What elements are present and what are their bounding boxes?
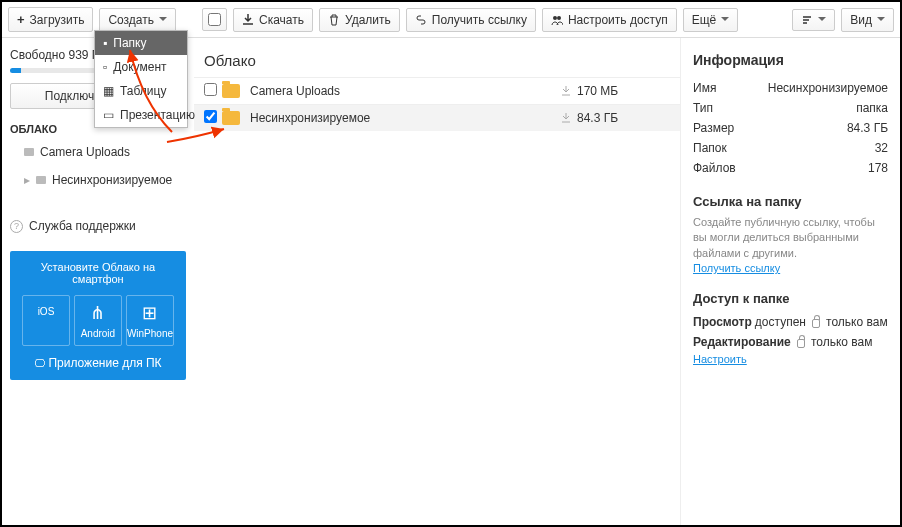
breadcrumb-title: Облако <box>194 38 680 77</box>
caret-down-icon <box>818 17 826 25</box>
promo-title: Установите Облако на смартфон <box>20 261 176 285</box>
upload-button[interactable]: +Загрузить <box>8 7 93 32</box>
link-section-text: Создайте публичную ссылку, чтобы вы могл… <box>693 215 888 261</box>
row-checkbox[interactable] <box>204 83 217 96</box>
access-edit: Редактирование только вам <box>693 332 888 352</box>
get-link-action[interactable]: Получить ссылку <box>693 262 780 274</box>
presentation-icon: ▭ <box>103 108 114 122</box>
caret-down-icon <box>721 17 729 25</box>
file-row[interactable]: Camera Uploads 170 МБ <box>194 77 680 104</box>
promo-winphone[interactable]: ⊞WinPhone <box>126 295 174 346</box>
folder-icon: ▪ <box>103 36 107 50</box>
file-name: Несинхронизируемое <box>250 111 560 125</box>
document-icon: ▫ <box>103 60 107 74</box>
sort-icon <box>801 14 813 26</box>
caret-down-icon <box>159 17 167 25</box>
caret-down-icon <box>877 17 885 25</box>
lock-icon <box>812 319 820 328</box>
create-document-item[interactable]: ▫Документ <box>95 55 187 79</box>
file-size: 170 МБ <box>560 84 670 98</box>
info-kv: ИмяНесинхронизируемое <box>693 78 888 98</box>
access-view: Просмотр доступен только вам <box>693 312 888 332</box>
file-row[interactable]: Несинхронизируемое 84.3 ГБ <box>194 104 680 131</box>
link-icon <box>415 14 427 26</box>
download-icon <box>242 14 254 26</box>
svg-point-0 <box>553 16 557 20</box>
trash-icon <box>328 14 340 26</box>
android-icon: ⋔ <box>75 302 121 324</box>
folder-icon <box>24 148 34 156</box>
info-kv: Файлов178 <box>693 158 888 178</box>
create-dropdown: ▪Папку ▫Документ ▦Таблицу ▭Презентацию <box>94 30 188 128</box>
share-button[interactable]: Настроить доступ <box>542 8 677 32</box>
sidebar-item-camera[interactable]: Camera Uploads <box>10 141 186 163</box>
access-section-title: Доступ к папке <box>693 291 888 306</box>
folder-icon <box>222 111 240 125</box>
download-icon <box>560 112 572 124</box>
users-icon <box>551 14 563 26</box>
sort-button[interactable] <box>792 9 835 31</box>
download-button[interactable]: Скачать <box>233 8 313 32</box>
file-size: 84.3 ГБ <box>560 111 670 125</box>
windows-icon: ⊞ <box>127 302 173 324</box>
view-button[interactable]: Вид <box>841 8 894 32</box>
create-table-item[interactable]: ▦Таблицу <box>95 79 187 103</box>
info-kv: Папок32 <box>693 138 888 158</box>
download-icon <box>560 85 572 97</box>
info-title: Информация <box>693 52 888 68</box>
file-list: Облако Camera Uploads 170 МБ Несинхрониз… <box>194 38 680 525</box>
support-link[interactable]: ?Служба поддержки <box>10 213 186 239</box>
select-all-checkbox[interactable] <box>202 8 227 31</box>
folder-icon <box>36 176 46 184</box>
promo-android[interactable]: ⋔Android <box>74 295 122 346</box>
promo-ios[interactable]: iOS <box>22 295 70 346</box>
create-presentation-item[interactable]: ▭Презентацию <box>95 103 187 127</box>
info-kv: Типпапка <box>693 98 888 118</box>
more-button[interactable]: Ещё <box>683 8 739 32</box>
delete-button[interactable]: Удалить <box>319 8 400 32</box>
help-icon: ? <box>10 220 23 233</box>
table-icon: ▦ <box>103 84 114 98</box>
link-section-title: Ссылка на папку <box>693 194 888 209</box>
row-checkbox[interactable] <box>204 110 217 123</box>
getlink-button[interactable]: Получить ссылку <box>406 8 536 32</box>
create-button[interactable]: Создать <box>99 8 176 32</box>
configure-access-link[interactable]: Настроить <box>693 353 747 365</box>
sidebar-item-nosync[interactable]: ▸Несинхронизируемое <box>10 169 186 191</box>
info-panel: Информация ИмяНесинхронизируемое Типпапк… <box>680 38 900 525</box>
folder-icon <box>222 84 240 98</box>
svg-point-1 <box>557 16 561 20</box>
lock-icon <box>797 339 805 348</box>
info-kv: Размер84.3 ГБ <box>693 118 888 138</box>
file-name: Camera Uploads <box>250 84 560 98</box>
promo-card: Установите Облако на смартфон iOS ⋔Andro… <box>10 251 186 380</box>
create-folder-item[interactable]: ▪Папку <box>95 31 187 55</box>
promo-pc[interactable]: 🖵 Приложение для ПК <box>20 356 176 370</box>
